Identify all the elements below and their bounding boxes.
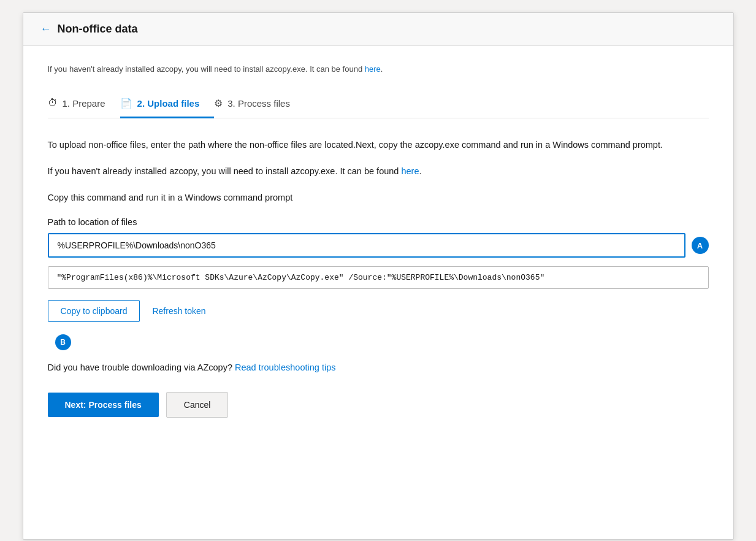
path-input[interactable] xyxy=(48,233,685,258)
troubleshoot-text: Did you have trouble downloading via AZc… xyxy=(48,363,235,372)
page-title: Non-office data xyxy=(58,23,138,36)
badge-b-wrapper: B xyxy=(48,334,709,350)
copy-to-clipboard-button[interactable]: Copy to clipboard xyxy=(48,300,140,322)
description-1-text: To upload non-office files, enter the pa… xyxy=(48,140,663,150)
command-box: "%ProgramFiles(x86)%\Microsoft SDKs\Azur… xyxy=(48,266,709,289)
gear-icon: ⚙ xyxy=(214,98,223,109)
description-1: To upload non-office files, enter the pa… xyxy=(48,138,709,152)
description-2: If you haven't already installed azcopy,… xyxy=(48,164,709,178)
footer-buttons: Next: Process files Cancel xyxy=(48,392,709,418)
description-2-pre: If you haven't already installed azcopy,… xyxy=(48,166,402,176)
dialog-container: ← Non-office data If you haven't already… xyxy=(23,12,734,540)
command-row: "%ProgramFiles(x86)%\Microsoft SDKs\Azur… xyxy=(48,266,709,289)
clock-icon: ⏱ xyxy=(48,98,58,109)
description-2-post: . xyxy=(419,166,421,176)
path-row: A xyxy=(48,233,709,258)
back-button[interactable]: ← xyxy=(40,23,52,36)
tab-upload-label: 2. Upload files xyxy=(137,98,200,109)
description-3: Copy this command and run it in a Window… xyxy=(48,191,709,205)
next-button[interactable]: Next: Process files xyxy=(48,393,159,417)
info-bar-link[interactable]: here xyxy=(365,64,381,74)
actions-row: Copy to clipboard Refresh token xyxy=(48,300,709,322)
tab-prepare-label: 1. Prepare xyxy=(63,98,105,109)
info-bar-text: If you haven't already installed azcopy,… xyxy=(48,64,365,74)
tabs: ⏱ 1. Prepare 📄 2. Upload files ⚙ 3. Proc… xyxy=(48,90,709,118)
tab-process[interactable]: ⚙ 3. Process files xyxy=(214,90,305,118)
content-area: If you haven't already installed azcopy,… xyxy=(23,46,733,539)
tab-prepare[interactable]: ⏱ 1. Prepare xyxy=(48,90,120,118)
header-bar: ← Non-office data xyxy=(23,13,733,46)
badge-b: B xyxy=(55,334,71,350)
troubleshoot-row: Did you have trouble downloading via AZc… xyxy=(48,363,709,372)
path-label: Path to location of files xyxy=(48,217,709,227)
tab-process-label: 3. Process files xyxy=(227,98,290,109)
refresh-token-button[interactable]: Refresh token xyxy=(152,306,205,316)
badge-a: A xyxy=(692,237,709,254)
description-3-text: Copy this command and run it in a Window… xyxy=(48,193,293,202)
upload-icon: 📄 xyxy=(120,98,132,109)
cancel-button[interactable]: Cancel xyxy=(166,392,229,418)
info-bar: If you haven't already installed azcopy,… xyxy=(48,63,709,75)
tab-upload[interactable]: 📄 2. Upload files xyxy=(120,90,215,118)
troubleshoot-link[interactable]: Read troubleshooting tips xyxy=(235,363,335,372)
info-bar-text-end: . xyxy=(381,64,383,74)
description-2-link[interactable]: here xyxy=(401,166,419,176)
